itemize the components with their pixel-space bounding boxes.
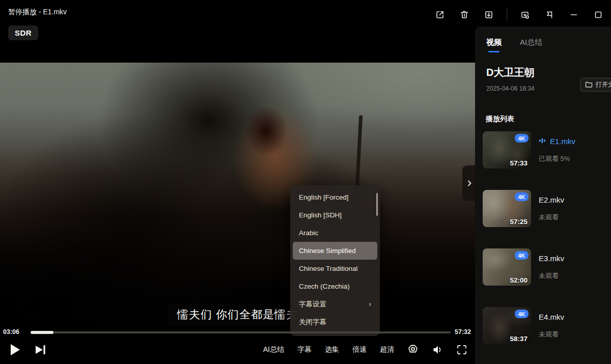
- ai-summary-button[interactable]: AI总结: [259, 341, 289, 358]
- tab-ai-summary[interactable]: AI总结: [520, 38, 542, 52]
- menu-item-chinese-traditional[interactable]: Chinese Traditional: [293, 260, 377, 277]
- duration-label: 57:25: [510, 218, 527, 226]
- playlist-item-e3[interactable]: 4K 52:00 E3.mkv 未观看: [483, 248, 611, 286]
- chevron-right-icon: [466, 180, 473, 187]
- playlist-header: 播放列表: [475, 92, 611, 124]
- current-time: 03:06: [3, 328, 19, 335]
- window-title: 暂停播放 - E1.mkv: [8, 8, 67, 17]
- sdr-badge: SDR: [8, 25, 38, 40]
- resolution-badge: 4K: [515, 310, 529, 318]
- resolution-badge: 4K: [515, 134, 529, 143]
- resolution-badge: 4K: [515, 251, 529, 260]
- file-name: E1.mkv: [539, 137, 575, 146]
- tab-ai-summary-label: AI总结: [520, 38, 542, 46]
- playlist-item-info: E3.mkv 未观看: [539, 248, 564, 286]
- thumbnail-e4: 4K 58:37: [483, 307, 531, 344]
- tab-video-label: 视频: [486, 38, 502, 46]
- media-title: D大卫王朝: [475, 52, 611, 79]
- minimize-icon[interactable]: [564, 6, 584, 23]
- volume-icon[interactable]: [427, 341, 448, 358]
- player-window: 暂停播放 - E1.mkv SDR 懦夫们 你们全都是懦夫: [0, 0, 611, 364]
- duration-label: 57:33: [510, 159, 527, 167]
- seekbar-fill: [31, 331, 53, 334]
- titlebar-separator: [507, 9, 507, 21]
- duration-label: 58:37: [510, 335, 527, 343]
- menu-item-chinese-simplified[interactable]: Chinese Simplified: [293, 242, 377, 260]
- total-time: 57:32: [455, 328, 471, 335]
- playlist: 4K 57:33 E1.mkv 已观看 5% 4K 57:25: [483, 131, 611, 344]
- sidebar-tabs: 视频 AI总结: [475, 26, 611, 52]
- playlist-item-e1[interactable]: 4K 57:33 E1.mkv 已观看 5%: [483, 131, 611, 169]
- sidebar-panel: 视频 AI总结 D大卫王朝 2025-04-06 16:34 打开文 播放列表 …: [475, 26, 611, 364]
- video-surface[interactable]: 懦夫们 你们全都是懦夫: [0, 63, 475, 326]
- fullscreen-icon[interactable]: [452, 341, 472, 358]
- tab-video[interactable]: 视频: [486, 38, 502, 52]
- right-controls: AI总结 字幕 选集 倍速 超清: [259, 341, 472, 358]
- thumbnail-e1: 4K 57:33: [483, 131, 531, 169]
- playlist-item-info: E1.mkv 已观看 5%: [539, 131, 575, 169]
- next-episode-button[interactable]: [33, 341, 48, 358]
- menu-item-label: 字幕设置: [299, 300, 326, 308]
- submenu-chevron-icon: ›: [369, 295, 371, 313]
- open-folder-button[interactable]: 打开文: [580, 78, 611, 92]
- mini-player-icon[interactable]: [515, 6, 535, 23]
- file-name: E2.mkv: [539, 195, 564, 204]
- now-playing-icon: [539, 137, 546, 146]
- playlist-item-e2[interactable]: 4K 57:25 E2.mkv 未观看: [483, 190, 611, 227]
- playback-controls: 03:06 57:32 AI总结 字幕 选集 倍速 超清: [0, 326, 475, 364]
- playlist-item-e4[interactable]: 4K 58:37 E4.mkv 未观看: [483, 307, 611, 344]
- maximize-icon[interactable]: [589, 6, 608, 23]
- menu-item-arabic[interactable]: Arabic: [293, 224, 377, 242]
- resolution-badge: 4K: [515, 192, 529, 201]
- quality-button[interactable]: 超清: [375, 341, 399, 358]
- sidebar-collapse-handle[interactable]: [462, 165, 477, 201]
- file-name-label: E1.mkv: [550, 137, 575, 146]
- transport-buttons: [7, 341, 48, 358]
- tab-active-underline: [488, 51, 499, 52]
- subtitles-button[interactable]: 字幕: [293, 341, 316, 358]
- subtitle-menu: English [Forced] English [SDH] Arabic Ch…: [290, 185, 380, 336]
- duration-label: 52:00: [510, 276, 527, 284]
- playback-speed-button[interactable]: 倍速: [348, 341, 371, 358]
- seekbar[interactable]: [31, 331, 451, 333]
- save-download-icon[interactable]: [479, 6, 498, 23]
- menu-item-czech[interactable]: Czech (Czechia): [293, 277, 377, 295]
- menu-scrollbar[interactable]: [376, 193, 378, 216]
- video-subtitle: 懦夫们 你们全都是懦夫: [168, 303, 307, 326]
- watch-status: 已观看 5%: [539, 154, 575, 163]
- delete-icon[interactable]: [455, 6, 474, 23]
- file-name: E4.mkv: [539, 313, 564, 321]
- thumbnail-e2: 4K 57:25: [483, 190, 531, 227]
- watch-status: 未观看: [539, 271, 564, 281]
- episodes-button[interactable]: 选集: [320, 341, 344, 358]
- watch-status: 未观看: [539, 213, 564, 222]
- folder-icon: [585, 81, 593, 89]
- open-in-new-icon[interactable]: [430, 6, 450, 23]
- watch-status: 未观看: [539, 330, 564, 339]
- file-name: E3.mkv: [539, 254, 564, 263]
- menu-item-english-forced[interactable]: English [Forced]: [293, 188, 377, 206]
- playlist-item-info: E2.mkv 未观看: [539, 190, 564, 227]
- menu-item-english-sdh[interactable]: English [SDH]: [293, 206, 377, 224]
- flag-feedback-icon[interactable]: [540, 6, 559, 23]
- titlebar-actions: [430, 6, 608, 23]
- thumbnail-e3: 4K 52:00: [483, 248, 531, 286]
- open-folder-label: 打开文: [596, 80, 611, 89]
- play-button[interactable]: [7, 341, 22, 358]
- menu-item-subtitle-settings[interactable]: 字幕设置 ›: [293, 295, 377, 313]
- settings-gear-icon[interactable]: [403, 341, 423, 358]
- playlist-item-info: E4.mkv 未观看: [539, 307, 564, 344]
